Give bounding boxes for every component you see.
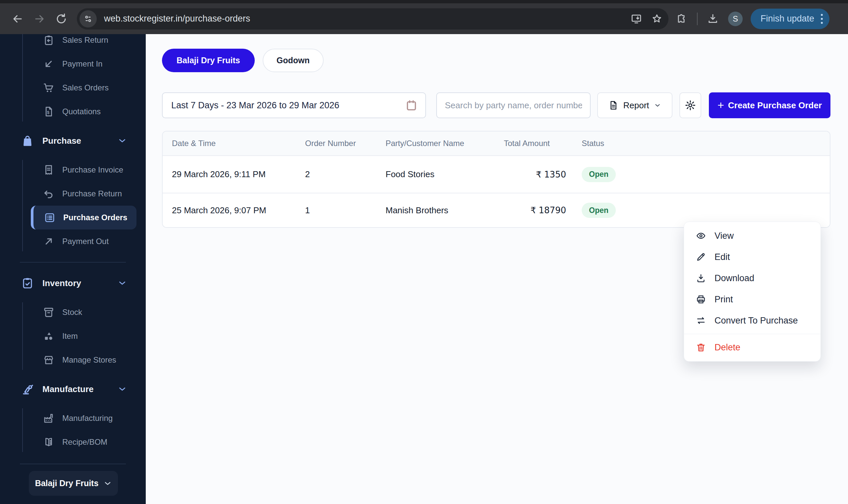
report-file-icon: [608, 100, 618, 110]
plus-icon: +: [718, 100, 724, 111]
menu-item-print[interactable]: Print: [684, 289, 820, 310]
create-purchase-order-button[interactable]: + Create Purchase Order: [709, 92, 830, 118]
profile-avatar[interactable]: S: [728, 12, 743, 26]
settings-button[interactable]: [679, 92, 701, 118]
toolbar-separator: [697, 13, 697, 25]
sidebar-section-purchase[interactable]: Purchase: [0, 129, 146, 152]
cell-order-number: 1: [305, 205, 386, 216]
sidebar-item-label: Item: [62, 331, 78, 341]
sidebar-item-stock[interactable]: Stock: [0, 300, 146, 324]
purchase-subgroup: Purchase Invoice Purchase Return Purchas…: [0, 158, 146, 253]
inventory-subgroup: Stock Item Manage Stores: [0, 300, 146, 372]
cell-party: Food Stories: [386, 169, 504, 179]
store-switcher-button[interactable]: Balaji Dry Fruits: [29, 471, 118, 496]
menu-item-label: Edit: [714, 252, 730, 262]
tab-balaji-dry-fruits[interactable]: Balaji Dry Fruits: [162, 49, 255, 72]
forward-icon[interactable]: [29, 8, 50, 30]
url-text[interactable]: web.stockregister.in/purchase-orders: [104, 14, 631, 24]
sidebar-item-label: Payment Out: [62, 237, 109, 246]
address-bar[interactable]: web.stockregister.in/purchase-orders: [77, 8, 669, 30]
clipboard-check-icon: [21, 277, 34, 289]
invoice-receipt-icon: [43, 164, 54, 176]
sidebar-item-label: Quotations: [62, 107, 101, 116]
tab-godown[interactable]: Godown: [263, 49, 324, 72]
reload-icon[interactable]: [50, 8, 72, 30]
manufacture-subgroup: Manufacturing Recipe/BOM: [0, 406, 146, 454]
site-info-icon[interactable]: [80, 10, 97, 28]
chevron-down-icon: [118, 137, 126, 145]
svg-text:$: $: [47, 110, 49, 115]
menu-item-convert-to-purchase[interactable]: Convert To Purchase: [684, 310, 820, 331]
menu-item-edit[interactable]: Edit: [684, 246, 820, 268]
downloads-icon[interactable]: [706, 12, 720, 26]
browser-window-edge: [0, 0, 848, 3]
sidebar-item-payment-in[interactable]: Payment In: [0, 52, 146, 76]
chevron-down-icon: [118, 385, 126, 393]
cell-order-number: 2: [305, 169, 386, 179]
sidebar: Sales Return Payment In Sales Orders: [0, 34, 146, 504]
menu-item-delete[interactable]: Delete: [684, 337, 820, 358]
sidebar-item-label: Recipe/BOM: [62, 437, 107, 447]
sidebar-item-item[interactable]: Item: [0, 324, 146, 348]
sidebar-item-label: Purchase Orders: [63, 213, 127, 222]
column-header-order-number: Order Number: [305, 139, 386, 148]
sales-subgroup: Sales Return Payment In Sales Orders: [0, 34, 146, 124]
sidebar-divider: [20, 464, 126, 464]
shopping-bag-icon: [21, 134, 34, 147]
sidebar-item-purchase-return[interactable]: Purchase Return: [0, 182, 146, 205]
browser-chrome: web.stockregister.in/purchase-orders S F…: [0, 0, 848, 34]
archive-box-icon: [43, 307, 54, 318]
sidebar-section-manufacture[interactable]: Manufacture: [0, 377, 146, 401]
sidebar-section-inventory[interactable]: Inventory: [0, 271, 146, 295]
report-button[interactable]: Report: [597, 92, 672, 118]
download-icon: [696, 273, 706, 283]
sidebar-divider: [20, 262, 126, 263]
printer-icon: [696, 294, 706, 304]
sidebar-item-quotations[interactable]: $ Quotations: [0, 100, 146, 124]
back-icon[interactable]: [7, 8, 29, 30]
table-row[interactable]: 29 March 2026, 9:11 PM 2 Food Stories ₹ …: [163, 156, 830, 193]
cart-icon: [43, 82, 54, 93]
sidebar-item-label: Sales Return: [62, 35, 108, 45]
sidebar-section-label: Inventory: [42, 278, 81, 288]
order-list-icon: [44, 212, 55, 223]
store-switcher-label: Balaji Dry Fruits: [35, 479, 99, 488]
browser-menu-icon[interactable]: [821, 14, 823, 24]
bookmark-star-icon[interactable]: [651, 13, 662, 24]
menu-item-download[interactable]: Download: [684, 268, 820, 289]
payment-out-icon: [43, 236, 54, 247]
trash-icon: [696, 342, 706, 352]
finish-update-label: Finish update: [761, 14, 814, 24]
menu-item-label: Convert To Purchase: [714, 316, 798, 326]
date-range-picker[interactable]: Last 7 Days - 23 Mar 2026 to 29 Mar 2026: [162, 92, 426, 118]
chevron-down-icon: [654, 102, 661, 109]
filter-toolbar: Last 7 Days - 23 Mar 2026 to 29 Mar 2026…: [162, 92, 830, 118]
store-tabs: Balaji Dry Fruits Godown: [162, 49, 830, 72]
install-app-icon[interactable]: [631, 13, 642, 24]
sidebar-item-label: Payment In: [62, 59, 102, 69]
finish-update-button[interactable]: Finish update: [750, 8, 829, 29]
cell-date: 29 March 2026, 9:11 PM: [163, 169, 305, 179]
menu-item-view[interactable]: View: [684, 225, 820, 246]
sidebar-item-sales-return[interactable]: Sales Return: [0, 34, 146, 52]
robot-arm-icon: [21, 383, 34, 395]
cell-amount: ₹ 18790: [530, 205, 582, 215]
sidebar-item-manage-stores[interactable]: Manage Stores: [0, 348, 146, 372]
open-book-icon: [43, 436, 54, 448]
sidebar-item-sales-orders[interactable]: Sales Orders: [0, 76, 146, 100]
sidebar-section-label: Purchase: [42, 136, 81, 146]
pencil-icon: [696, 252, 706, 262]
create-purchase-order-label: Create Purchase Order: [728, 100, 822, 111]
search-input[interactable]: [436, 92, 590, 118]
sidebar-item-recipe-bom[interactable]: Recipe/BOM: [0, 430, 146, 454]
extensions-icon[interactable]: [674, 12, 689, 26]
sidebar-item-payment-out[interactable]: Payment Out: [0, 230, 146, 253]
status-badge: Open: [582, 203, 616, 218]
sidebar-item-manufacturing[interactable]: Manufacturing: [0, 406, 146, 430]
eye-icon: [696, 231, 706, 241]
column-header-total-amount: Total Amount: [504, 139, 582, 148]
column-header-date: Date & Time: [163, 139, 305, 148]
sidebar-item-purchase-orders[interactable]: Purchase Orders: [31, 205, 137, 230]
payment-in-icon: [43, 58, 54, 70]
sidebar-item-purchase-invoice[interactable]: Purchase Invoice: [0, 158, 146, 182]
